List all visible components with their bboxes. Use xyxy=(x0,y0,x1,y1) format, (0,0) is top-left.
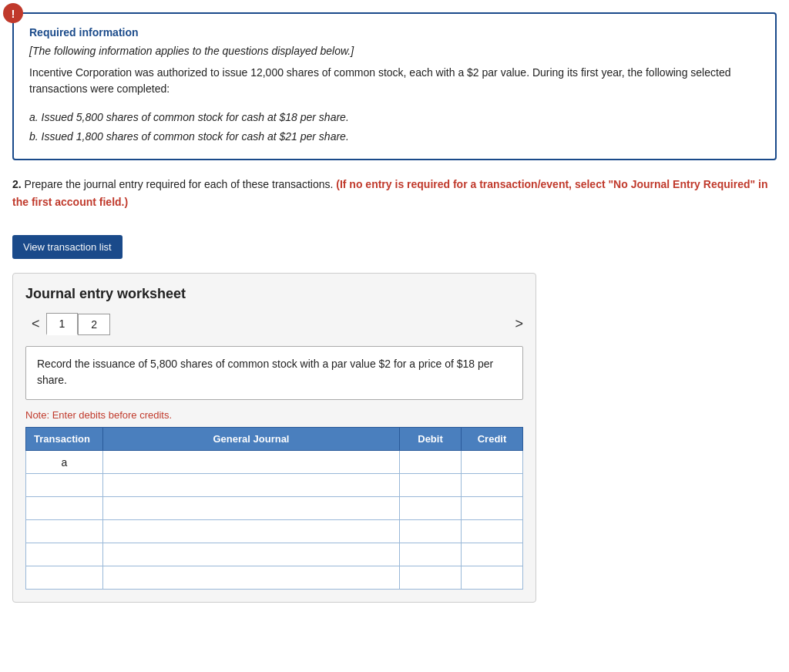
journal-cell[interactable] xyxy=(103,451,400,474)
credit-input[interactable] xyxy=(468,573,516,584)
journal-input[interactable] xyxy=(109,503,393,515)
note-text: Note: Enter debits before credits. xyxy=(25,409,523,421)
transaction-cell: a xyxy=(26,451,103,474)
journal-cell[interactable] xyxy=(103,497,400,520)
journal-input[interactable] xyxy=(109,457,393,469)
transaction-cell xyxy=(26,566,103,590)
journal-cell[interactable] xyxy=(103,520,400,543)
debit-input[interactable] xyxy=(406,457,455,469)
debit-cell[interactable] xyxy=(400,543,462,566)
credit-input[interactable] xyxy=(468,503,516,515)
transaction-cell xyxy=(26,474,103,497)
journal-input[interactable] xyxy=(109,573,393,584)
table-row xyxy=(26,543,523,566)
info-box-heading: Required information xyxy=(29,26,760,39)
worksheet-box: Journal entry worksheet < 1 2 > Record t… xyxy=(12,273,536,603)
credit-cell[interactable] xyxy=(462,474,523,497)
alert-icon: ! xyxy=(3,3,23,23)
info-box-main-text: Incentive Corporation was authorized to … xyxy=(29,65,760,97)
credit-input[interactable] xyxy=(468,549,516,561)
table-row xyxy=(26,497,523,520)
journal-cell[interactable] xyxy=(103,543,400,566)
worksheet-description: Record the issuance of 5,800 shares of c… xyxy=(25,346,523,400)
debit-input[interactable] xyxy=(406,480,455,492)
journal-cell[interactable] xyxy=(103,566,400,590)
debit-input[interactable] xyxy=(406,526,455,538)
credit-input[interactable] xyxy=(468,480,516,492)
credit-cell[interactable] xyxy=(462,543,523,566)
question-number: 2. xyxy=(12,178,22,190)
table-row xyxy=(26,474,523,497)
transaction-cell xyxy=(26,520,103,543)
worksheet-title: Journal entry worksheet xyxy=(25,286,523,302)
table-row xyxy=(26,520,523,543)
debit-cell[interactable] xyxy=(400,566,462,590)
header-debit: Debit xyxy=(400,428,462,451)
journal-input[interactable] xyxy=(109,549,393,561)
info-box: ! Required information [The following in… xyxy=(12,12,777,160)
credit-cell[interactable] xyxy=(462,451,523,474)
info-box-transactions: a. Issued 5,800 shares of common stock f… xyxy=(29,108,760,146)
journal-input[interactable] xyxy=(109,480,393,492)
transaction-cell xyxy=(26,543,103,566)
credit-cell[interactable] xyxy=(462,497,523,520)
credit-input[interactable] xyxy=(468,457,516,469)
journal-table: Transaction General Journal Debit Credit… xyxy=(25,427,523,590)
credit-cell[interactable] xyxy=(462,566,523,590)
info-box-italic: [The following information applies to th… xyxy=(29,45,760,57)
debit-cell[interactable] xyxy=(400,451,462,474)
journal-cell[interactable] xyxy=(103,474,400,497)
debit-input[interactable] xyxy=(406,573,455,584)
table-row xyxy=(26,566,523,590)
journal-input[interactable] xyxy=(109,526,393,538)
nav-right-button[interactable]: > xyxy=(515,316,523,332)
header-transaction: Transaction xyxy=(26,428,103,451)
debit-cell[interactable] xyxy=(400,497,462,520)
debit-cell[interactable] xyxy=(400,474,462,497)
header-credit: Credit xyxy=(462,428,523,451)
view-transaction-list-button[interactable]: View transaction list xyxy=(12,235,123,259)
worksheet-nav: < 1 2 > xyxy=(25,313,523,335)
debit-input[interactable] xyxy=(406,503,455,515)
nav-left-button[interactable]: < xyxy=(25,313,46,335)
credit-cell[interactable] xyxy=(462,520,523,543)
debit-cell[interactable] xyxy=(400,520,462,543)
tab-1[interactable]: 1 xyxy=(46,313,79,335)
question-text: Prepare the journal entry required for e… xyxy=(25,178,334,190)
tab-2[interactable]: 2 xyxy=(78,314,110,335)
table-row: a xyxy=(26,451,523,474)
transaction-cell xyxy=(26,497,103,520)
question-section: 2. Prepare the journal entry required fo… xyxy=(12,176,777,210)
header-general-journal: General Journal xyxy=(103,428,400,451)
debit-input[interactable] xyxy=(406,549,455,561)
credit-input[interactable] xyxy=(468,526,516,538)
transaction-b-text: b. Issued 1,800 shares of common stock f… xyxy=(29,127,760,146)
transaction-a-text: a. Issued 5,800 shares of common stock f… xyxy=(29,108,760,127)
